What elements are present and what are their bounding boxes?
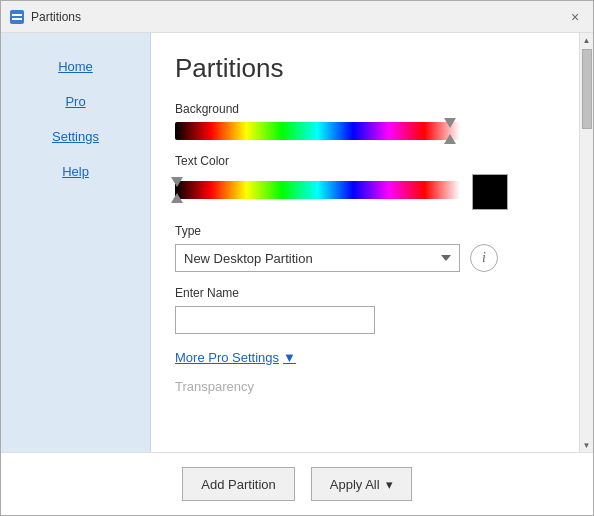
apply-dropdown-arrow: ▾ bbox=[386, 477, 393, 492]
name-input[interactable] bbox=[175, 306, 375, 334]
transparency-label: Transparency bbox=[175, 379, 555, 394]
title-bar: Partitions × bbox=[1, 1, 593, 33]
window-body: Home Pro Settings Help Partitions Backgr… bbox=[1, 33, 593, 452]
sidebar-item-home[interactable]: Home bbox=[1, 53, 150, 80]
footer: Add Partition Apply All ▾ bbox=[1, 452, 593, 515]
background-thumb-top[interactable] bbox=[444, 118, 456, 128]
type-select[interactable]: New Desktop Partition bbox=[175, 244, 460, 272]
scroll-thumb[interactable] bbox=[582, 49, 592, 129]
page-title: Partitions bbox=[175, 53, 555, 84]
info-button[interactable]: i bbox=[470, 244, 498, 272]
app-window: Partitions × Home Pro Settings Help Part… bbox=[0, 0, 594, 516]
window-title: Partitions bbox=[31, 10, 81, 24]
pro-settings-arrow: ▼ bbox=[283, 350, 296, 365]
main-content: Partitions Background Text Color bbox=[151, 33, 579, 452]
text-color-label: Text Color bbox=[175, 154, 555, 168]
sidebar: Home Pro Settings Help bbox=[1, 33, 151, 452]
text-color-preview[interactable] bbox=[472, 174, 508, 210]
svg-rect-2 bbox=[12, 18, 22, 20]
sidebar-item-pro[interactable]: Pro bbox=[1, 88, 150, 115]
type-label: Type bbox=[175, 224, 555, 238]
background-section: Background bbox=[175, 102, 555, 140]
svg-rect-1 bbox=[12, 14, 22, 16]
sidebar-item-help[interactable]: Help bbox=[1, 158, 150, 185]
enter-name-section: Enter Name bbox=[175, 286, 555, 334]
add-partition-button[interactable]: Add Partition bbox=[182, 467, 294, 501]
type-row: New Desktop Partition i bbox=[175, 244, 555, 272]
app-icon bbox=[9, 9, 25, 25]
background-thumb-bottom[interactable] bbox=[444, 134, 456, 144]
pro-settings-label: More Pro Settings bbox=[175, 350, 279, 365]
title-bar-left: Partitions bbox=[9, 9, 81, 25]
pro-settings-link[interactable]: More Pro Settings ▼ bbox=[175, 350, 555, 365]
text-color-section: Text Color bbox=[175, 154, 555, 210]
scroll-down-arrow[interactable]: ▼ bbox=[580, 438, 594, 452]
text-color-thumb-top[interactable] bbox=[171, 177, 183, 187]
scroll-up-arrow[interactable]: ▲ bbox=[580, 33, 594, 47]
svg-rect-0 bbox=[10, 10, 24, 24]
close-button[interactable]: × bbox=[565, 7, 585, 27]
apply-all-button[interactable]: Apply All ▾ bbox=[311, 467, 412, 501]
text-color-row bbox=[175, 174, 555, 210]
enter-name-label: Enter Name bbox=[175, 286, 555, 300]
scroll-track[interactable] bbox=[580, 47, 593, 438]
apply-label: Apply All bbox=[330, 477, 380, 492]
sidebar-item-settings[interactable]: Settings bbox=[1, 123, 150, 150]
text-color-slider[interactable] bbox=[175, 181, 460, 199]
text-color-thumb-bottom[interactable] bbox=[171, 193, 183, 203]
background-label: Background bbox=[175, 102, 555, 116]
background-slider[interactable] bbox=[175, 122, 460, 140]
type-section: Type New Desktop Partition i bbox=[175, 224, 555, 272]
scrollbar: ▲ ▼ bbox=[579, 33, 593, 452]
